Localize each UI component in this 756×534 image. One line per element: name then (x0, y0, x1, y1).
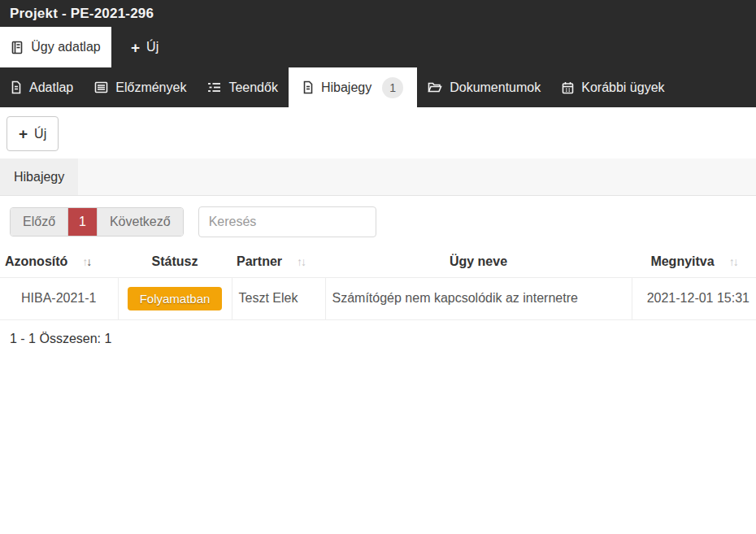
tab-label: Teendők (228, 80, 278, 95)
list-controls: Előző 1 Következő (10, 206, 746, 237)
pagination-page-1-button[interactable]: 1 (67, 208, 97, 236)
calendar-icon (562, 81, 574, 94)
tickets-table: Azonosító↑↓ Státusz Partner↑↓ Ügy neve M… (0, 247, 756, 320)
pagination-prev-button[interactable]: Előző (11, 208, 67, 236)
cell-azonosito: HIBA-2021-1 (0, 277, 118, 319)
panel-title: Hibajegy (0, 158, 78, 195)
column-label: Ügy neve (450, 254, 507, 268)
column-label: Státusz (152, 254, 198, 268)
list-alt-icon (94, 81, 108, 93)
column-header-megnyitva[interactable]: Megnyitva↑↓ (632, 247, 756, 277)
tab-bar: Adatlap Előzmények Teendők (0, 67, 756, 107)
panel-header: Hibajegy (0, 158, 756, 196)
column-label: Megnyitva (650, 254, 714, 268)
sort-icon: ↑↓ (729, 255, 737, 268)
subnav-bar: Ügy adatlap + Új (0, 27, 756, 67)
tab-count-badge: 1 (382, 77, 403, 98)
table-header-row: Azonosító↑↓ Státusz Partner↑↓ Ügy neve M… (0, 247, 756, 277)
top-header: Projekt - PE-2021-296 Ügy adatlap + Új (0, 0, 756, 107)
table-row[interactable]: HIBA-2021-1 Folyamatban Teszt Elek Számí… (0, 277, 756, 319)
cell-statusz: Folyamatban (118, 277, 232, 319)
tab-label: Adatlap (29, 80, 73, 95)
pagination-next-button[interactable]: Következő (97, 208, 183, 236)
new-ticket-label: Új (34, 127, 46, 141)
column-label: Azonosító (5, 254, 67, 268)
tab-label: Dokumentumok (450, 80, 541, 95)
tab-hibajegy[interactable]: Hibajegy 1 (289, 67, 417, 107)
tab-elozmenyek[interactable]: Előzmények (84, 67, 197, 107)
sort-icon: ↑↓ (297, 255, 305, 268)
plus-icon: + (19, 126, 28, 141)
file-icon (11, 80, 22, 94)
column-header-azonosito[interactable]: Azonosító↑↓ (0, 247, 118, 277)
title-bar: Projekt - PE-2021-296 (0, 0, 756, 27)
page-title: Projekt - PE-2021-296 (10, 6, 154, 22)
new-case-button[interactable]: + Új (119, 27, 170, 67)
cell-ugy-neve: Számítógép nem kapcsolódik az internetre (325, 277, 632, 319)
file-icon (302, 80, 314, 94)
status-badge: Folyamatban (128, 287, 223, 310)
tab-teendok[interactable]: Teendők (197, 67, 289, 107)
tab-label: Előzmények (115, 80, 186, 95)
column-label: Partner (237, 254, 282, 268)
results-summary: 1 - 1 Összesen: 1 (10, 332, 746, 346)
column-header-statusz[interactable]: Státusz (118, 247, 232, 277)
tasks-icon (207, 81, 221, 93)
subnav-tab-ugy-adatlap[interactable]: Ügy adatlap (0, 27, 111, 67)
tab-label: Hibajegy (321, 80, 371, 95)
new-case-label: Új (146, 40, 159, 54)
new-ticket-button[interactable]: + Új (7, 116, 59, 151)
tab-korabbi-ugyek[interactable]: Korábbi ügyek (551, 67, 675, 107)
main-content: + Új Hibajegy Előző 1 Következő Azonosít… (0, 107, 756, 346)
folder-open-icon (428, 81, 442, 93)
cell-megnyitva: 2021-12-01 15:31 (632, 277, 756, 319)
tab-dokumentumok[interactable]: Dokumentumok (417, 67, 551, 107)
tab-label: Korábbi ügyek (581, 80, 664, 95)
column-header-ugy-neve[interactable]: Ügy neve (325, 247, 632, 277)
plus-icon: + (131, 40, 140, 55)
sort-icon: ↑↓ (82, 255, 90, 268)
tab-adatlap[interactable]: Adatlap (0, 67, 84, 107)
pagination: Előző 1 Következő (10, 207, 184, 237)
journal-icon (11, 41, 24, 54)
cell-partner: Teszt Elek (232, 277, 325, 319)
column-header-partner[interactable]: Partner↑↓ (232, 247, 325, 277)
search-input[interactable] (198, 206, 376, 237)
subnav-tab-label: Ügy adatlap (31, 40, 100, 54)
